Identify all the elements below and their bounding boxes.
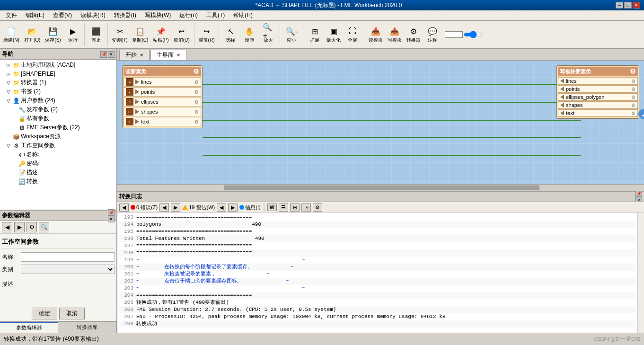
h-scrollbar-thumb[interactable] bbox=[224, 186, 540, 190]
tree-expand[interactable]: ▽ bbox=[6, 89, 11, 94]
zoom-input[interactable]: 97% bbox=[445, 31, 463, 38]
toolbar-btn-fullscreen[interactable]: ⛶全屏 bbox=[344, 24, 361, 45]
tree-expand[interactable]: ▷ bbox=[6, 71, 11, 77]
toolbar-btn-new[interactable]: 📄新建(N) bbox=[2, 24, 21, 45]
toolbar-btn-redo[interactable]: ↪重复(R) bbox=[197, 24, 216, 45]
log-error-filter[interactable]: 0 错误(Z) bbox=[131, 204, 158, 211]
reader-ft-ellipses[interactable]: ○ ellipses ⚙ bbox=[124, 97, 201, 106]
canvas-tab-开始[interactable]: 开始✕ bbox=[119, 50, 150, 60]
writer-ft-text[interactable]: text ⚙ ☁ bbox=[558, 109, 638, 117]
reader-settings-icon[interactable]: ⚙ bbox=[193, 68, 199, 75]
close-button[interactable]: ✕ bbox=[633, 2, 640, 9]
param-name-input[interactable] bbox=[21, 252, 115, 262]
menu-item-n[interactable]: 运行(n) bbox=[176, 10, 202, 20]
toolbar-btn-maximize[interactable]: ▣最大化 bbox=[325, 24, 342, 45]
nav-tree-item[interactable]: 📦Workspace资源 bbox=[0, 132, 116, 141]
param-type-select[interactable] bbox=[21, 265, 115, 274]
tree-expand[interactable]: ▷ bbox=[6, 62, 11, 68]
nav-tree-item[interactable]: ▽⚙工作空间参数 bbox=[0, 141, 116, 150]
reader-ft-text[interactable]: T text ⚙ bbox=[124, 117, 201, 126]
writer-ft-points[interactable]: points ⚙ bbox=[558, 85, 638, 93]
menu-item-e[interactable]: 编辑(E) bbox=[22, 10, 48, 20]
navigator-header-buttons[interactable]: 📌 ✕ bbox=[100, 51, 115, 58]
toolbar-btn-expand[interactable]: ⊞扩展 bbox=[306, 24, 323, 45]
param-editor-header-buttons[interactable]: 📌 ✕ bbox=[108, 209, 115, 222]
reader-ft-gear-shapes[interactable]: ⚙ bbox=[194, 109, 199, 115]
fme-canvas[interactable]: 读要素类 ⚙ ≡ lines ⚙ • bbox=[117, 61, 644, 191]
writer-ft-gear-text[interactable]: ⚙ bbox=[631, 111, 635, 116]
canvas-tab-close[interactable]: ✕ bbox=[140, 53, 143, 58]
param-cancel-button[interactable]: 取消 bbox=[59, 308, 85, 319]
canvas-tab-主界面[interactable]: 主界面✕ bbox=[150, 50, 186, 60]
writer-ft-lines[interactable]: lines ⚙ bbox=[558, 77, 638, 85]
reader-ft-gear-text[interactable]: ⚙ bbox=[194, 119, 199, 124]
menu-item-r[interactable]: 读模块(R) bbox=[77, 10, 109, 20]
log-warn-filter[interactable]: 19 警告(W) bbox=[182, 204, 215, 211]
nav-tree-item[interactable]: 🔑密码: bbox=[0, 159, 116, 168]
nav-tree-item[interactable]: 🔒私有参数 bbox=[0, 114, 116, 123]
minimize-button[interactable]: ─ bbox=[616, 2, 623, 9]
canvas-h-scrollbar[interactable] bbox=[117, 184, 644, 191]
maximize-button[interactable]: □ bbox=[624, 2, 632, 9]
tree-expand[interactable]: ▽ bbox=[6, 80, 11, 85]
toolbar-btn-stop[interactable]: ⬛停止 bbox=[88, 24, 105, 45]
log-info-filter[interactable]: 信息(I) bbox=[239, 204, 260, 211]
toolbar-btn-reader[interactable]: 📥读模块 bbox=[367, 24, 384, 45]
nav-tree-item[interactable]: 🔄转换 bbox=[0, 177, 116, 186]
writer-ft-gear-points[interactable]: ⚙ bbox=[631, 87, 635, 92]
toolbar-btn-select[interactable]: ↖选择 bbox=[222, 24, 239, 45]
param-forward-button[interactable]: ▶ bbox=[14, 222, 25, 232]
menu-item-w[interactable]: 写模块(W) bbox=[141, 10, 175, 20]
log-next-warn-button[interactable]: ▶ bbox=[228, 203, 238, 212]
toolbar-btn-pan[interactable]: ✋漫游 bbox=[241, 24, 258, 45]
log-list-button[interactable]: ☰ bbox=[279, 203, 288, 212]
menu-item-v[interactable]: 查看(V) bbox=[49, 10, 76, 20]
writer-ft-gear-lines[interactable]: ⚙ bbox=[631, 79, 635, 84]
reader-ft-lines[interactable]: ≡ lines ⚙ bbox=[124, 77, 201, 87]
toolbar-btn-undo[interactable]: ↩取消(U) bbox=[172, 24, 191, 45]
log-prev-error-button[interactable]: ◀ bbox=[159, 203, 169, 212]
log-header-buttons[interactable]: 📌 ✕ bbox=[635, 190, 642, 203]
nav-pin-button[interactable]: 📌 bbox=[100, 51, 107, 58]
tree-expand[interactable]: ▽ bbox=[6, 98, 11, 103]
log-w-button[interactable]: W bbox=[267, 203, 277, 211]
param-confirm-button[interactable]: 确定 bbox=[32, 308, 57, 319]
nav-tree-item[interactable]: ▽📁书签 (2) bbox=[0, 87, 116, 96]
writer-ft-gear-shapes[interactable]: ⚙ bbox=[631, 103, 635, 108]
nav-tree-item[interactable]: 📝描述 bbox=[0, 168, 116, 177]
param-search-button[interactable]: 🔍 bbox=[39, 222, 49, 232]
nav-tree-item[interactable]: 🖥FME Server参数 (22) bbox=[0, 123, 116, 132]
log-prev-warn-button[interactable]: ◀ bbox=[217, 203, 226, 212]
nav-tree-item[interactable]: 🔧发布参数 (2) bbox=[0, 105, 116, 114]
toolbar-btn-cut[interactable]: ✂切割(T) bbox=[111, 24, 129, 45]
reader-ft-points[interactable]: • points ⚙ bbox=[124, 87, 201, 97]
nav-tree-item[interactable]: ▷📁土地利用现状 [ACAD] bbox=[0, 61, 116, 70]
menu-item-h[interactable]: 帮助(H) bbox=[229, 10, 256, 20]
toolbar-btn-transformer[interactable]: ⚙转换器 bbox=[405, 24, 422, 45]
tree-expand[interactable]: ▽ bbox=[6, 143, 11, 148]
param-tab-参数编辑器[interactable]: 参数编辑器 bbox=[0, 322, 58, 333]
param-settings-button[interactable]: ⚙ bbox=[26, 222, 37, 232]
log-filter2-button[interactable]: ⊞ bbox=[290, 203, 300, 212]
reader-ft-gear-ellipses[interactable]: ⚙ bbox=[194, 99, 199, 105]
menu-item-[interactable]: 文件 bbox=[2, 10, 21, 20]
toolbar-btn-run[interactable]: ▶运行 bbox=[64, 24, 81, 45]
toolbar-btn-paste[interactable]: 📌粘贴(P) bbox=[151, 24, 170, 45]
nav-close-button[interactable]: ✕ bbox=[108, 51, 115, 58]
toolbar-btn-save[interactable]: 💾保存(S) bbox=[44, 24, 62, 45]
param-tab-转换器库[interactable]: 转换器库 bbox=[58, 322, 116, 333]
nav-tree-item[interactable]: ▽👤用户参数 (24) bbox=[0, 96, 116, 105]
reader-ft-shapes[interactable]: □ shapes ⚙ bbox=[124, 107, 201, 116]
log-filter3-button[interactable]: ⊡ bbox=[301, 203, 311, 212]
nav-tree-item[interactable]: 🏷名称: bbox=[0, 150, 116, 159]
writer-ft-gear-ellipses[interactable]: ⚙ bbox=[631, 95, 635, 100]
log-prev-button[interactable]: ◀ bbox=[119, 203, 129, 212]
canvas-tab-close[interactable]: ✕ bbox=[176, 53, 180, 58]
log-settings-button[interactable]: ⚙ bbox=[313, 203, 322, 212]
writer-ft-shapes[interactable]: shapes ⚙ bbox=[558, 101, 638, 109]
toolbar-btn-annotation[interactable]: 💬注释 bbox=[424, 24, 441, 45]
toolbar-btn-writer[interactable]: 📤写模块 bbox=[386, 24, 403, 45]
menu-item-t[interactable]: 工具(T) bbox=[203, 10, 229, 20]
nav-tree-item[interactable]: ▷📁 [SHAPEFILE] bbox=[0, 70, 116, 78]
nav-tree-item[interactable]: ▽📁转换器 (1) bbox=[0, 78, 116, 87]
